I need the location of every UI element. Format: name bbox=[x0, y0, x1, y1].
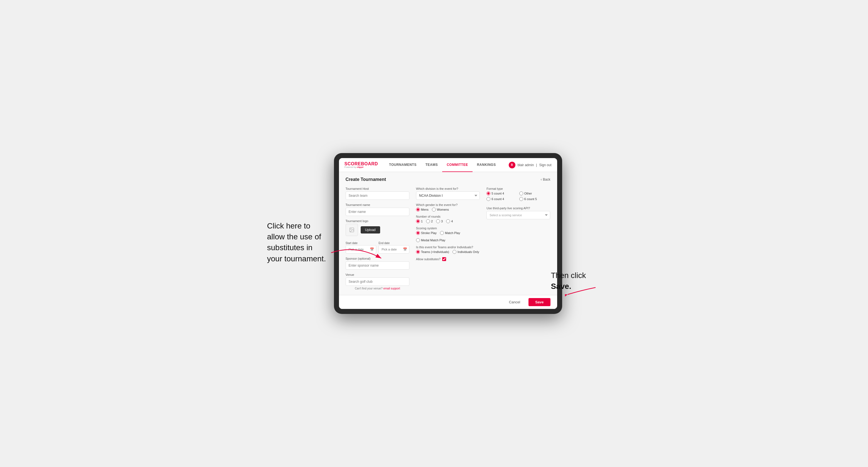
rounds-1[interactable]: 1 bbox=[416, 219, 423, 223]
format-5count4[interactable]: 5 count 4 bbox=[487, 191, 518, 195]
format-6count5-radio[interactable] bbox=[519, 197, 523, 201]
gender-mens[interactable]: Mens bbox=[416, 208, 429, 212]
venue-help: Can't find your venue? email support bbox=[346, 287, 409, 290]
tournament-name-input[interactable] bbox=[346, 208, 409, 216]
event-type-label: Is this event for Teams and/or Individua… bbox=[416, 246, 480, 249]
scoring-medal-match-radio[interactable] bbox=[416, 238, 420, 242]
rounds-1-radio[interactable] bbox=[416, 219, 420, 223]
event-type-teams-radio[interactable] bbox=[416, 250, 420, 254]
nav-item-committee[interactable]: COMMITTEE bbox=[442, 158, 472, 172]
format-5count4-radio[interactable] bbox=[487, 191, 490, 195]
tournament-name-label: Tournament name bbox=[346, 203, 409, 207]
end-date-group: End date 📅 bbox=[378, 242, 409, 253]
venue-input[interactable] bbox=[346, 278, 409, 286]
rounds-4-radio[interactable] bbox=[446, 219, 450, 223]
gender-label: Which gender is the event for? bbox=[416, 203, 480, 207]
event-type-teams[interactable]: Teams (+Individuals) bbox=[416, 250, 449, 254]
nav-item-teams[interactable]: TEAMS bbox=[421, 158, 442, 172]
form-grid: Tournament Host Tournament name Tourname… bbox=[346, 187, 551, 290]
venue-help-link[interactable]: email support bbox=[383, 287, 400, 290]
tablet-frame: SCOREBOARD Powered by clippd TOURNAMENTS… bbox=[334, 153, 562, 314]
nav-divider: | bbox=[536, 163, 537, 167]
logo-brand: clippd bbox=[357, 166, 364, 168]
logo-upload-area: Upload bbox=[346, 224, 409, 236]
start-date-wrap: 📅 bbox=[346, 245, 376, 253]
substitutes-item: Allow substitutes? bbox=[416, 257, 480, 261]
gender-mens-radio[interactable] bbox=[416, 208, 420, 212]
scoring-stroke[interactable]: Stroke Play bbox=[416, 231, 437, 235]
tournament-host-group: Tournament Host bbox=[346, 187, 409, 200]
scoring-label: Scoring system bbox=[416, 226, 480, 230]
nav-user: B blair admin | Sign out bbox=[509, 162, 552, 168]
nav-item-rankings[interactable]: RANKINGS bbox=[472, 158, 500, 172]
tournament-host-input[interactable] bbox=[346, 191, 409, 200]
page-header: Create Tournament ‹ Back bbox=[346, 177, 551, 182]
rounds-radio-group: 1 2 3 bbox=[416, 219, 480, 223]
rounds-3-radio[interactable] bbox=[436, 219, 440, 223]
scoring-medal-match[interactable]: Medal Match Play bbox=[416, 238, 445, 242]
end-date-label: End date bbox=[378, 242, 409, 245]
sponsor-input[interactable] bbox=[346, 261, 409, 270]
event-type-group: Is this event for Teams and/or Individua… bbox=[416, 246, 480, 254]
nav-avatar: B bbox=[509, 162, 516, 168]
rounds-2[interactable]: 2 bbox=[426, 219, 433, 223]
logo-powered-by: Powered by clippd bbox=[344, 166, 378, 168]
logo-board: BOARD bbox=[361, 161, 378, 166]
api-label: Use third-party live scoring API? bbox=[487, 207, 550, 210]
nav-item-tournaments[interactable]: TOURNAMENTS bbox=[384, 158, 421, 172]
api-group: Use third-party live scoring API? Select… bbox=[487, 207, 550, 219]
cancel-button[interactable]: Cancel bbox=[503, 298, 526, 306]
scoring-match[interactable]: Match Play bbox=[440, 231, 460, 235]
upload-button[interactable]: Upload bbox=[361, 226, 380, 234]
save-button[interactable]: Save bbox=[528, 298, 550, 306]
annotation-right: Then click Save. bbox=[551, 270, 607, 292]
substitutes-label: Allow substitutes? bbox=[416, 257, 440, 261]
back-label: Back bbox=[543, 178, 551, 182]
substitutes-checkbox[interactable] bbox=[442, 257, 446, 261]
nav-signout[interactable]: Sign out bbox=[539, 163, 551, 167]
form-col-3: Format type 5 count 4 Other bbox=[487, 187, 550, 290]
scoring-stroke-radio[interactable] bbox=[416, 231, 420, 235]
start-date-group: Start date 📅 bbox=[346, 242, 376, 253]
division-label: Which division is the event for? bbox=[416, 187, 480, 190]
rounds-2-radio[interactable] bbox=[426, 219, 430, 223]
tournament-name-group: Tournament name bbox=[346, 203, 409, 216]
tournament-logo-group: Tournament logo Upload bbox=[346, 219, 409, 236]
gender-womens[interactable]: Womens bbox=[432, 208, 449, 212]
division-select[interactable]: NCAA Division I bbox=[416, 191, 480, 200]
nav-items: TOURNAMENTS TEAMS COMMITTEE RANKINGS bbox=[384, 158, 509, 172]
event-type-individuals[interactable]: Individuals Only bbox=[453, 250, 479, 254]
tournament-host-label: Tournament Host bbox=[346, 187, 409, 190]
format-other[interactable]: Other bbox=[519, 191, 551, 195]
logo-score: SCORE bbox=[344, 161, 361, 166]
api-select[interactable]: Select a scoring service bbox=[487, 211, 550, 219]
substitutes-group: Allow substitutes? bbox=[416, 257, 480, 261]
rounds-3[interactable]: 3 bbox=[436, 219, 443, 223]
event-type-individuals-radio[interactable] bbox=[453, 250, 456, 254]
format-6count4[interactable]: 6 count 4 bbox=[487, 197, 518, 201]
format-6count4-radio[interactable] bbox=[487, 197, 490, 201]
logo-area: SCOREBOARD Powered by clippd bbox=[344, 162, 378, 168]
start-date-icon: 📅 bbox=[370, 247, 374, 251]
scoring-group: Scoring system Stroke Play Match Play bbox=[416, 226, 480, 242]
format-other-radio[interactable] bbox=[519, 191, 523, 195]
sponsor-label: Sponsor (optional) bbox=[346, 257, 409, 260]
scoring-radio-group: Stroke Play Match Play Medal Match Play bbox=[416, 231, 480, 242]
svg-point-1 bbox=[350, 229, 351, 229]
nav-bar: SCOREBOARD Powered by clippd TOURNAMENTS… bbox=[339, 158, 557, 172]
rounds-4[interactable]: 4 bbox=[446, 219, 453, 223]
annotation-left: Click here to allow the use of substitut… bbox=[267, 220, 329, 264]
back-link[interactable]: ‹ Back bbox=[541, 178, 551, 182]
scoring-match-radio[interactable] bbox=[440, 231, 444, 235]
page-content: Create Tournament ‹ Back Tournament Host bbox=[339, 172, 557, 295]
gender-radio-group: Mens Womens bbox=[416, 208, 480, 212]
event-type-radio-group: Teams (+Individuals) Individuals Only bbox=[416, 250, 480, 254]
gender-womens-radio[interactable] bbox=[432, 208, 436, 212]
nav-username: blair admin bbox=[518, 163, 534, 167]
division-group: Which division is the event for? NCAA Di… bbox=[416, 187, 480, 200]
venue-group: Venue Can't find your venue? email suppo… bbox=[346, 273, 409, 290]
venue-label: Venue bbox=[346, 273, 409, 276]
rounds-group: Number of rounds 1 2 bbox=[416, 215, 480, 223]
format-group: Format type 5 count 4 Other bbox=[487, 187, 550, 201]
format-6count5[interactable]: 6 count 5 bbox=[519, 197, 551, 201]
